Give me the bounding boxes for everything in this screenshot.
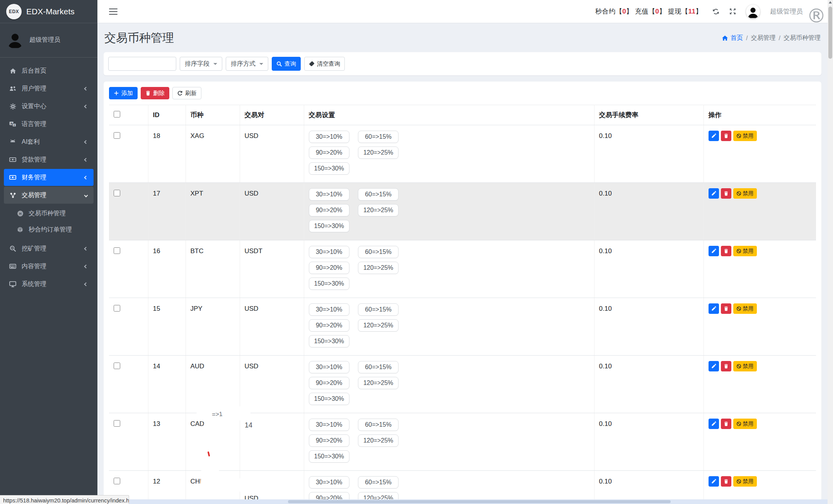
setting-chip[interactable]: 90=>20% (309, 319, 349, 332)
delete-row-button[interactable] (721, 131, 731, 141)
disable-button[interactable]: 禁用 (733, 246, 757, 256)
delete-row-button[interactable] (721, 188, 731, 199)
setting-chip[interactable]: 120=>25% (358, 262, 399, 274)
setting-chip[interactable]: 120=>25% (358, 146, 399, 159)
setting-chip[interactable]: 30=>10% (309, 246, 349, 258)
row-checkbox[interactable] (114, 420, 120, 427)
delete-row-button[interactable] (721, 361, 731, 371)
disable-button[interactable]: 禁用 (733, 419, 757, 429)
row-checkbox[interactable] (114, 247, 120, 254)
setting-chip[interactable]: 30=>10% (309, 303, 349, 316)
render-artifact (231, 478, 281, 492)
sidebar-item-ai-arbitrage[interactable]: AI套利 (4, 133, 94, 150)
topbar-stats[interactable]: 秒合约【0】 充值【0】 提现【11】 (595, 7, 702, 16)
edit-button[interactable] (709, 188, 719, 199)
setting-chip[interactable]: 30=>10% (309, 361, 349, 373)
sidebar-item-seconds-order-manage[interactable]: 秒合约订单管理 (3, 221, 94, 238)
chevron-left-icon (84, 175, 88, 179)
setting-chip[interactable]: 60=>15% (358, 246, 399, 258)
setting-chip[interactable]: 30=>10% (309, 476, 349, 489)
setting-chip[interactable]: 90=>20% (309, 377, 349, 389)
setting-chip[interactable]: 30=>10% (309, 188, 349, 201)
select-all-checkbox[interactable] (114, 111, 120, 117)
sort-field-select[interactable]: 排序字段 (180, 57, 222, 71)
sidebar-item-content-manage[interactable]: 内容管理 (4, 258, 94, 275)
sort-order-select[interactable]: 排序方式 (226, 57, 268, 71)
row-checkbox[interactable] (114, 132, 120, 139)
edit-button[interactable] (709, 361, 719, 371)
row-checkbox[interactable] (114, 305, 120, 312)
setting-chip[interactable]: 60=>15% (358, 188, 399, 201)
disable-button[interactable]: 禁用 (733, 188, 757, 199)
delete-row-button[interactable] (721, 246, 731, 256)
edit-button[interactable] (709, 419, 719, 429)
sidebar-item-currency-manage[interactable]: H交易币种管理 (3, 205, 94, 221)
sidebar-item-loan-manage[interactable]: 贷款管理 (4, 151, 94, 168)
setting-chip[interactable]: 120=>25% (358, 434, 399, 447)
sidebar-item-settings-center[interactable]: 设置中心 (4, 98, 94, 115)
sidebar-item-user-manage[interactable]: 用户管理 (4, 80, 94, 97)
table-row: 18XAGUSD30=>10%60=>15%90=>20%120=>25%150… (109, 125, 816, 183)
setting-chip[interactable]: 60=>15% (358, 361, 399, 373)
setting-chip[interactable]: 150=>30% (309, 278, 349, 290)
delete-row-button[interactable] (721, 476, 731, 487)
scroll-up-icon[interactable] (829, 1, 832, 3)
sidebar-item-language-manage[interactable]: Az语言管理 (4, 116, 94, 133)
setting-chip[interactable]: 90=>20% (309, 262, 349, 274)
setting-chip[interactable]: 150=>30% (309, 450, 349, 463)
setting-chip[interactable]: 90=>20% (309, 434, 349, 447)
delete-row-button[interactable] (721, 419, 731, 429)
topbar-avatar[interactable] (746, 5, 760, 19)
refresh-icon[interactable] (712, 8, 719, 15)
brand[interactable]: EDX EDX-Markets (0, 0, 97, 23)
vertical-scrollbar[interactable] (828, 0, 833, 504)
setting-chip[interactable]: 150=>30% (309, 162, 349, 175)
edit-button[interactable] (709, 476, 719, 487)
horizontal-scroll-thumb[interactable] (288, 500, 671, 503)
stat-1[interactable]: 充值【0】 (635, 8, 668, 15)
setting-chip[interactable]: 150=>30% (309, 393, 349, 405)
setting-chip[interactable]: 60=>15% (358, 303, 399, 316)
search-button[interactable]: 查询 (272, 57, 301, 71)
sidebar-item-finance-manage[interactable]: 财务管理 (4, 169, 94, 186)
setting-chip[interactable]: 150=>30% (309, 220, 349, 232)
setting-chip[interactable]: 120=>25% (358, 377, 399, 389)
stat-2[interactable]: 提现【11】 (668, 8, 702, 15)
setting-chip[interactable]: 60=>15% (358, 131, 399, 143)
setting-chip[interactable]: 150=>30% (309, 335, 349, 347)
breadcrumb-home-link[interactable]: 首页 (722, 34, 743, 42)
edit-button[interactable] (709, 303, 719, 314)
setting-chip[interactable]: 30=>10% (309, 419, 349, 431)
sidebar-item-system-manage[interactable]: 系统管理 (4, 276, 94, 293)
edit-button[interactable] (709, 131, 719, 141)
disable-button[interactable]: 禁用 (733, 476, 757, 487)
delete-button[interactable]: 删除 (141, 87, 169, 99)
edit-button[interactable] (709, 246, 719, 256)
filter-keyword-input[interactable] (108, 57, 176, 71)
setting-chip[interactable]: 120=>25% (358, 204, 399, 216)
fullscreen-icon[interactable] (729, 8, 736, 15)
clear-search-button[interactable]: 清空查询 (304, 57, 345, 71)
sidebar-item-trade-manage[interactable]: 交易管理 (4, 187, 94, 204)
sidebar-toggle-icon[interactable] (109, 9, 118, 15)
setting-chip[interactable]: 90=>20% (309, 146, 349, 159)
sidebar-item-mining-manage[interactable]: 挖矿管理 (4, 240, 94, 257)
stat-0[interactable]: 秒合约【0】 (595, 8, 635, 15)
disable-button[interactable]: 禁用 (733, 303, 757, 314)
row-checkbox[interactable] (114, 478, 120, 484)
delete-row-button[interactable] (721, 303, 731, 314)
setting-chip[interactable]: 60=>15% (358, 419, 399, 431)
setting-chip[interactable]: 30=>10% (309, 131, 349, 143)
row-checkbox[interactable] (114, 190, 120, 196)
cell-id: 16 (148, 240, 186, 298)
refresh-button[interactable]: 刷新 (172, 87, 201, 99)
disable-button[interactable]: 禁用 (733, 131, 757, 141)
disable-button[interactable]: 禁用 (733, 361, 757, 371)
setting-chip[interactable]: 60=>15% (358, 476, 399, 489)
add-button[interactable]: 添加 (109, 87, 138, 99)
vertical-scroll-thumb[interactable] (828, 7, 832, 59)
setting-chip[interactable]: 120=>25% (358, 319, 399, 332)
setting-chip[interactable]: 90=>20% (309, 204, 349, 216)
sidebar-item-dashboard[interactable]: 后台首页 (4, 62, 94, 79)
row-checkbox[interactable] (114, 363, 120, 369)
